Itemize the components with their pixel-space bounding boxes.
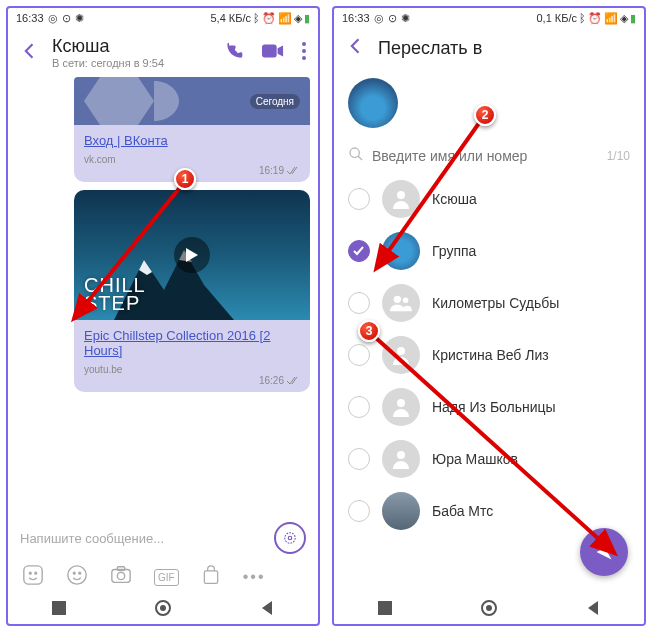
svg-point-22	[403, 298, 409, 304]
annotation-marker-1: 1	[174, 168, 196, 190]
compose-bar: Напишите сообщение...	[8, 518, 318, 558]
radio-unchecked[interactable]	[348, 448, 370, 470]
back-arrow-icon[interactable]	[20, 41, 40, 65]
emoji-icon[interactable]	[22, 564, 44, 590]
gif-icon[interactable]: GIF	[154, 569, 179, 586]
video-title-overlay: CHILLSTEP	[84, 276, 146, 312]
message-link[interactable]: Вход | ВКонта	[84, 133, 300, 148]
svg-point-25	[397, 451, 405, 459]
svg-rect-0	[262, 44, 277, 57]
video-thumbnail[interactable]: CHILLSTEP	[74, 190, 310, 320]
message-domain: vk.com	[84, 154, 300, 165]
avatar	[382, 232, 420, 270]
compass-icon: ⊙	[62, 12, 71, 25]
contact-row[interactable]: Ксюша	[338, 173, 640, 225]
nav-back-icon[interactable]	[260, 601, 274, 619]
search-icon	[348, 146, 364, 165]
svg-point-3	[302, 56, 306, 60]
contact-name: Ксюша	[432, 191, 477, 207]
date-label: Сегодня	[250, 94, 300, 109]
phone-right-forward: 16:33 ◎ ⊙ ✺ 0,1 КБ/с ᛒ ⏰ 📶 ◈ ▮ Переслать…	[332, 6, 646, 626]
contact-name: Юра Машков	[432, 451, 518, 467]
chat-title: Ксюша	[52, 36, 212, 57]
voice-send-button[interactable]	[274, 522, 306, 554]
radio-unchecked[interactable]	[348, 500, 370, 522]
camera-icon: ◎	[374, 12, 384, 25]
alarm-icon: ⏰	[588, 12, 602, 25]
shop-icon[interactable]	[201, 564, 221, 590]
nav-bar	[334, 596, 644, 624]
contact-row[interactable]: Надя Из Больницы	[338, 381, 640, 433]
contact-row[interactable]: Юра Машков	[338, 433, 640, 485]
play-icon[interactable]	[174, 237, 210, 273]
annotation-marker-2: 2	[474, 104, 496, 126]
forward-title: Переслать в	[378, 38, 482, 59]
send-fab-button[interactable]	[580, 528, 628, 576]
svg-rect-14	[117, 567, 124, 571]
nav-bar	[8, 596, 318, 624]
svg-point-18	[160, 605, 166, 611]
radio-unchecked[interactable]	[348, 188, 370, 210]
more-icon[interactable]	[302, 42, 306, 64]
more-attach-icon[interactable]: •••	[243, 568, 266, 586]
chat-subtitle: В сети: сегодня в 9:54	[52, 57, 212, 69]
bluetooth-icon: ᛒ	[253, 12, 260, 24]
camera-attach-icon[interactable]	[110, 564, 132, 590]
svg-rect-12	[112, 570, 130, 583]
contact-row[interactable]: Кристина Веб Лиз	[338, 329, 640, 381]
status-bar: 16:33 ◎ ⊙ ✺ 0,1 КБ/с ᛒ ⏰ 📶 ◈ ▮	[334, 8, 644, 28]
nav-home-icon[interactable]	[481, 600, 497, 620]
wifi-icon: ◈	[294, 12, 302, 25]
video-link[interactable]: Epic Chillstep Collection 2016 [2 Hours]	[84, 328, 300, 358]
radio-unchecked[interactable]	[348, 292, 370, 314]
camera-icon: ◎	[48, 12, 58, 25]
radio-unchecked[interactable]	[348, 396, 370, 418]
group-avatar-icon	[382, 284, 420, 322]
alarm-icon: ⏰	[262, 12, 276, 25]
svg-point-8	[35, 572, 37, 574]
status-time: 16:33	[342, 12, 370, 24]
contact-list: Ксюша Группа Километры Судьбы Кристина В…	[334, 173, 644, 537]
signal-icon: 📶	[604, 12, 618, 25]
status-bar: 16:33 ◎ ⊙ ✺ 5,4 КБ/с ᛒ ⏰ 📶 ◈ ▮	[8, 8, 318, 28]
contact-name: Кристина Веб Лиз	[432, 347, 549, 363]
svg-point-4	[288, 536, 292, 540]
contact-row[interactable]: Километры Судьбы	[338, 277, 640, 329]
svg-rect-15	[204, 571, 217, 584]
call-icon[interactable]	[224, 41, 244, 65]
svg-point-1	[302, 42, 306, 46]
search-input[interactable]	[372, 148, 607, 164]
nav-back-icon[interactable]	[586, 601, 600, 619]
avatar	[382, 492, 420, 530]
signal-icon: 📶	[278, 12, 292, 25]
compass-icon: ⊙	[388, 12, 397, 25]
compose-input[interactable]: Напишите сообщение...	[20, 531, 266, 546]
video-message[interactable]: CHILLSTEP Epic Chillstep Collection 2016…	[74, 190, 310, 392]
forward-header: Переслать в	[334, 28, 644, 68]
sticker-icon[interactable]	[66, 564, 88, 590]
link-preview-banner[interactable]: Сегодня	[74, 77, 310, 125]
radio-unchecked[interactable]	[348, 344, 370, 366]
radio-checked[interactable]	[348, 240, 370, 262]
svg-point-11	[79, 572, 81, 574]
svg-point-5	[285, 533, 296, 544]
svg-rect-16	[52, 601, 66, 615]
contact-row[interactable]: Группа	[338, 225, 640, 277]
svg-point-23	[397, 347, 405, 355]
contact-name: Километры Судьбы	[432, 295, 559, 311]
nav-recent-icon[interactable]	[52, 601, 66, 619]
nav-home-icon[interactable]	[155, 600, 171, 620]
svg-point-7	[29, 572, 31, 574]
selected-group-avatar[interactable]	[348, 78, 398, 128]
annotation-marker-3: 3	[358, 320, 380, 342]
nav-recent-icon[interactable]	[378, 601, 392, 619]
phone-left-chat: 16:33 ◎ ⊙ ✺ 5,4 КБ/с ᛒ ⏰ 📶 ◈ ▮ Ксюша В с…	[6, 6, 320, 626]
battery-icon: ▮	[304, 12, 310, 25]
back-arrow-icon[interactable]	[346, 36, 366, 60]
video-domain: youtu.be	[84, 364, 300, 375]
svg-point-21	[394, 296, 401, 303]
search-count: 1/10	[607, 149, 630, 163]
contact-name: Группа	[432, 243, 476, 259]
video-call-icon[interactable]	[262, 43, 284, 63]
status-time: 16:33	[16, 12, 44, 24]
